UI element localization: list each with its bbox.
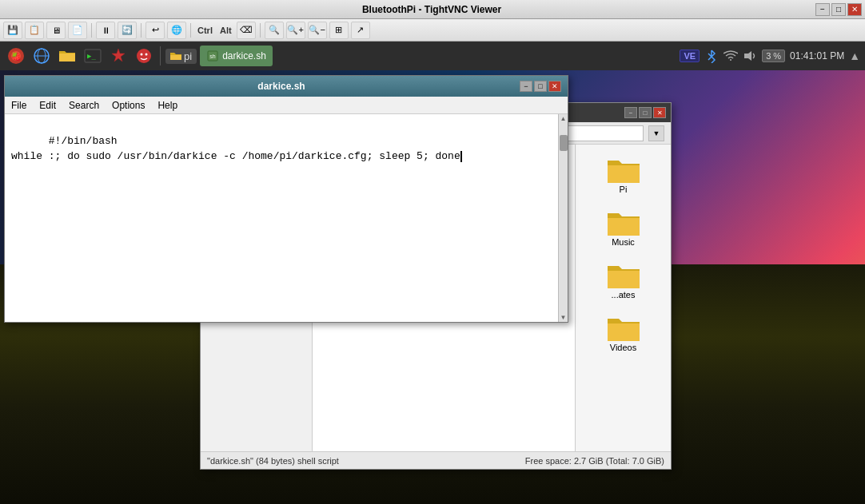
vnc-minimize-button[interactable]: − [815, 3, 830, 16]
fm-status-left: "darkice.sh" (84 bytes) shell script [207, 456, 339, 466]
face-taskbar-icon[interactable] [133, 45, 155, 67]
right-videos-folder-icon [606, 312, 641, 343]
bluetooth-icon [704, 49, 719, 63]
right-pi-folder-label: Pi [620, 185, 628, 194]
toolbar-fit-btn[interactable]: ⊞ [329, 22, 349, 39]
system-tray: VE 3 % 01:41:01 PM ▲ [680, 49, 860, 63]
editor-titlebar: darkice.sh − □ ✕ [5, 76, 568, 97]
wifi-icon [723, 50, 738, 62]
toolbar-separator-2 [141, 23, 142, 38]
right-folder-pi[interactable]: Pi [592, 151, 656, 197]
editor-line1: #!/bin/bash [49, 135, 118, 147]
taskbar-arrow-icon[interactable]: ▲ [849, 50, 860, 62]
folder-taskbar-icon[interactable] [56, 45, 78, 67]
editor-minimize-button[interactable]: − [520, 81, 532, 92]
toolbar-separator-1 [91, 23, 92, 38]
scrollbar-thumb[interactable] [560, 135, 568, 151]
fm-restore-button[interactable]: □ [639, 107, 652, 118]
toolbar-zoom-in-btn[interactable]: 🔍+ [286, 22, 305, 39]
globe-taskbar-icon[interactable] [30, 45, 53, 67]
ve-icon: VE [680, 50, 700, 62]
toolbar-alt-label: Alt [217, 26, 234, 35]
vnc-title: BluetoothPi - TightVNC Viewer [48, 4, 815, 15]
right-ates-folder-label: ...ates [612, 290, 636, 300]
toolbar-keys-btn[interactable]: 🌐 [167, 22, 186, 39]
darkice-tab-icon: sh [206, 50, 219, 62]
right-folder-ates[interactable]: ...ates [592, 256, 656, 303]
pi-taskbar: 🍓 ▶_ [0, 42, 865, 70]
svg-text:sh: sh [209, 54, 216, 59]
svg-point-11 [145, 54, 148, 56]
editor-restore-button[interactable]: □ [534, 81, 547, 92]
fm-statusbar: "darkice.sh" (84 bytes) shell script Fre… [201, 451, 671, 469]
svg-point-9 [137, 49, 151, 63]
burst-taskbar-icon[interactable] [107, 45, 130, 67]
editor-menu-search[interactable]: Search [66, 99, 102, 112]
editor-content: #!/bin/bashwhile :; do sudo /usr/bin/dar… [5, 114, 568, 322]
editor-menu-options[interactable]: Options [109, 99, 148, 112]
toolbar-display-btn[interactable]: 🖥 [46, 22, 66, 39]
toolbar-separator-3 [190, 23, 191, 38]
toolbar-file-btn[interactable]: 📄 [68, 22, 87, 39]
right-music-folder-label: Music [612, 237, 635, 247]
darkice-sh-tab[interactable]: sh darkice.sh [200, 46, 273, 66]
toolbar-search-btn[interactable]: 🔍 [265, 22, 284, 39]
fm-dropdown-button[interactable]: ▼ [648, 125, 664, 141]
text-cursor [460, 151, 462, 162]
right-videos-folder-label: Videos [610, 343, 636, 352]
vnc-toolbar: 💾 📋 🖥 📄 ⏸ 🔄 ↩ 🌐 Ctrl Alt ⌫ 🔍 🔍+ 🔍− ⊞ ↗ [0, 19, 865, 42]
svg-point-10 [141, 54, 143, 56]
editor-line2: while :; do sudo /usr/bin/darkice -c /ho… [11, 150, 460, 162]
right-music-folder-icon [606, 207, 641, 237]
scrollbar-down-arrow[interactable]: ▼ [560, 314, 567, 321]
fm-minimize-button[interactable]: − [624, 107, 637, 118]
right-folder-music[interactable]: Music [592, 204, 656, 250]
toolbar-refresh-btn[interactable]: 🔄 [118, 22, 137, 39]
right-pi-folder-icon [606, 154, 641, 185]
vnc-titlebar: BluetoothPi - TightVNC Viewer − □ ✕ [0, 0, 865, 19]
toolbar-save-btn[interactable]: 💾 [3, 22, 22, 39]
toolbar-globe-btn[interactable]: ↩ [145, 22, 165, 39]
editor-text[interactable]: #!/bin/bashwhile :; do sudo /usr/bin/dar… [5, 114, 558, 322]
editor-window-controls: − □ ✕ [520, 81, 561, 92]
taskbar-sep-1 [160, 46, 161, 65]
toolbar-fullscreen-btn[interactable]: ↗ [351, 22, 370, 39]
taskbar-right-area: VE 3 % 01:41:01 PM ▲ [680, 49, 860, 63]
editor-menu-edit[interactable]: Edit [36, 99, 59, 112]
fm-status-right: Free space: 2.7 GiB (Total: 7.0 GiB) [525, 456, 664, 466]
editor-scrollbar[interactable]: ▲ ▼ [558, 114, 568, 322]
editor-menubar: File Edit Search Options Help [5, 97, 568, 114]
toolbar-separator-4 [260, 23, 261, 38]
raspberry-pi-icon[interactable]: 🍓 [5, 45, 27, 67]
editor-menu-file[interactable]: File [8, 99, 30, 112]
toolbar-clipboard-btn[interactable]: 📋 [25, 22, 44, 39]
volume-icon [743, 49, 757, 63]
toolbar-pause-btn[interactable]: ⏸ [96, 22, 115, 39]
right-folder-videos[interactable]: Videos [592, 309, 656, 355]
clock-display: 01:41:01 PM [790, 50, 844, 62]
scrollbar-up-arrow[interactable]: ▲ [560, 115, 567, 122]
pi-folder-label: pi [184, 50, 192, 62]
toolbar-ctrl-label: Ctrl [195, 26, 215, 35]
svg-marker-8 [112, 49, 125, 62]
battery-label: 3 % [762, 50, 785, 62]
fm-right-panel: Pi Music ...ates [575, 145, 671, 451]
fm-close-button[interactable]: ✕ [653, 107, 666, 118]
fm-window-controls: − □ ✕ [624, 107, 666, 118]
toolbar-zoom-out-btn[interactable]: 🔍− [308, 22, 327, 39]
text-editor-window: darkice.sh − □ ✕ File Edit Search Option… [4, 75, 568, 323]
darkice-tab-label: darkice.sh [222, 50, 266, 62]
vnc-close-button[interactable]: ✕ [847, 3, 862, 16]
right-ates-folder-icon [606, 260, 641, 290]
editor-close-button[interactable]: ✕ [548, 81, 561, 92]
pi-folder-tab[interactable]: pi [165, 49, 197, 64]
editor-title: darkice.sh [43, 81, 520, 92]
editor-menu-help[interactable]: Help [154, 99, 181, 112]
terminal-taskbar-icon[interactable]: ▶_ [82, 45, 104, 67]
vnc-window-controls: − □ ✕ [815, 3, 865, 16]
vnc-maximize-button[interactable]: □ [831, 3, 846, 16]
svg-text:🍓: 🍓 [11, 51, 22, 62]
svg-marker-14 [744, 51, 751, 61]
svg-text:▶_: ▶_ [87, 52, 96, 60]
toolbar-backspace-btn[interactable]: ⌫ [237, 22, 256, 39]
